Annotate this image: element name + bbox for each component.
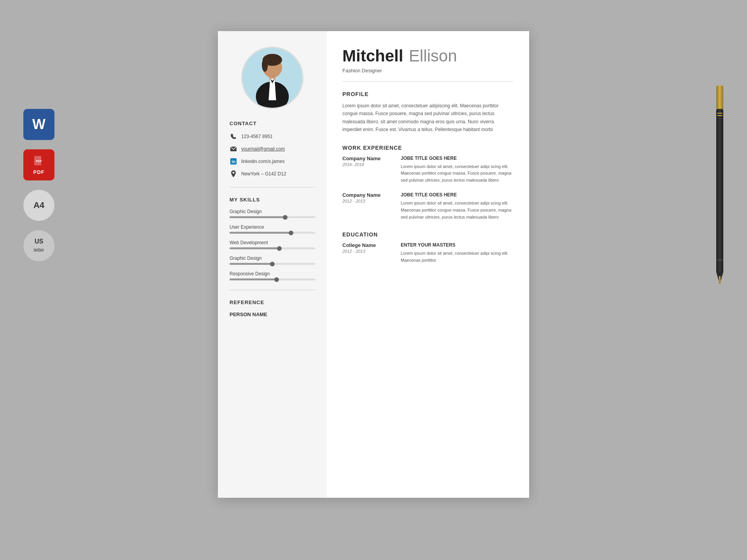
linkedin-icon: in <box>230 158 237 165</box>
exp-job-title-0: JOBE TITLE GOES HERE <box>401 156 514 161</box>
right-divider-top <box>342 81 514 82</box>
exp-job-title-1: JOBE TITLE GOES HERE <box>401 192 514 198</box>
skill-handle-0 <box>283 215 288 220</box>
edu-right-0: ENTER YOUR MASTERS Lorem ipsum dolor sit… <box>401 242 514 264</box>
skill-fill-4 <box>230 278 277 280</box>
first-name: Mitchell <box>342 47 403 65</box>
skill-item-3: Graphic Design <box>230 256 315 265</box>
exp-dates-0: 2016- 2018 <box>342 162 393 167</box>
exp-right-0: JOBE TITLE GOES HERE Lorem ipsum dolor s… <box>401 156 514 184</box>
left-sidebar: W PDF PDF A4 USletter <box>23 109 54 261</box>
pen-body <box>716 109 723 272</box>
education-section: EDUCATION College Name 2012 - 2013 ENTER… <box>342 231 514 264</box>
skills-section-title: MY SKILLS <box>230 197 315 203</box>
skill-item-2: Web Development <box>230 240 315 249</box>
education-heading: EDUCATION <box>342 231 514 238</box>
skill-item-0: Graphic Design <box>230 209 315 218</box>
exp-company-1: Company Name <box>342 192 393 198</box>
exp-item-1: Company Name 2012 - 2013 JOBE TITLE GOES… <box>342 192 514 220</box>
reference-person-name: PERSON NAME <box>230 312 315 317</box>
skill-fill-3 <box>230 263 272 265</box>
experience-heading: WORK EXPERIENCE <box>342 145 514 151</box>
exp-left-1: Company Name 2012 - 2013 <box>342 192 393 220</box>
edu-dates-0: 2012 - 2013 <box>342 249 393 254</box>
profile-text: Lorem ipsum dolor sit amet, consectetuer… <box>342 102 514 134</box>
last-name: Ellison <box>409 47 457 65</box>
a4-icon[interactable]: A4 <box>23 190 54 221</box>
job-title: Fashion Designer <box>342 68 514 74</box>
skill-bar-2 <box>230 247 315 249</box>
skill-fill-2 <box>230 247 279 249</box>
skill-fill-1 <box>230 232 291 234</box>
reference-section-title: REFERENCE <box>230 299 315 305</box>
left-panel: CONTACT 123-4567 8951 yourmail@gmail.com <box>218 31 327 498</box>
word-icon[interactable]: W <box>23 109 54 140</box>
name-section: Mitchell Ellison <box>342 47 514 65</box>
photo-container <box>230 47 315 109</box>
exp-company-0: Company Name <box>342 156 393 161</box>
a4-label: A4 <box>33 200 44 210</box>
exp-desc-0: Lorem ipsum dolor sit amet, consectetuer… <box>401 163 514 184</box>
experience-section: WORK EXPERIENCE Company Name 2016- 2018 … <box>342 145 514 221</box>
skill-handle-2 <box>277 246 282 251</box>
contact-section-title: CONTACT <box>230 121 315 126</box>
skill-bar-4 <box>230 278 315 280</box>
resume-container: CONTACT 123-4567 8951 yourmail@gmail.com <box>218 31 529 498</box>
edu-item-0: College Name 2012 - 2013 ENTER YOUR MAST… <box>342 242 514 264</box>
skill-handle-3 <box>270 262 275 266</box>
exp-item-0: Company Name 2016- 2018 JOBE TITLE GOES … <box>342 156 514 184</box>
exp-desc-1: Lorem ipsum dolor sit amet, consectetuer… <box>401 200 514 220</box>
right-panel: Mitchell Ellison Fashion Designer PROFIL… <box>327 31 529 498</box>
contact-linkedin: in linkedin.com/s.james <box>230 158 315 165</box>
skill-handle-1 <box>289 231 293 235</box>
skill-bar-0 <box>230 216 315 218</box>
profile-photo <box>241 47 303 109</box>
exp-left-0: Company Name 2016- 2018 <box>342 156 393 184</box>
exp-dates-1: 2012 - 2013 <box>342 199 393 203</box>
skill-item-1: User Experience <box>230 224 315 234</box>
us-icon[interactable]: USletter <box>23 230 54 261</box>
contact-phone: 123-4567 8951 <box>230 133 315 140</box>
svg-text:in: in <box>231 159 236 164</box>
svg-point-5 <box>262 58 268 72</box>
exp-right-1: JOBE TITLE GOES HERE Lorem ipsum dolor s… <box>401 192 514 220</box>
svg-text:PDF: PDF <box>36 159 42 163</box>
divider-contact <box>230 187 315 187</box>
contact-location: NewYork – G142 D12 <box>230 170 315 178</box>
skill-bar-1 <box>230 232 315 234</box>
pen-decoration <box>712 86 728 280</box>
profile-heading: PROFILE <box>342 91 514 97</box>
divider-skills <box>230 290 315 290</box>
edu-left-0: College Name 2012 - 2013 <box>342 242 393 264</box>
location-icon <box>230 170 237 178</box>
skill-bar-3 <box>230 263 315 265</box>
phone-icon <box>230 133 237 140</box>
skill-fill-0 <box>230 216 285 218</box>
edu-desc-0: Lorem ipsum dolor sit amet, consectetuer… <box>401 250 514 264</box>
pen-cap <box>716 86 723 109</box>
skill-handle-4 <box>274 277 279 282</box>
edu-degree-0: ENTER YOUR MASTERS <box>401 242 514 248</box>
edu-college-0: College Name <box>342 242 393 248</box>
pdf-icon[interactable]: PDF PDF <box>23 149 54 180</box>
contact-email: yourmail@gmail.com <box>230 145 315 153</box>
skill-item-4: Responsive Design <box>230 271 315 280</box>
email-icon <box>230 145 237 153</box>
